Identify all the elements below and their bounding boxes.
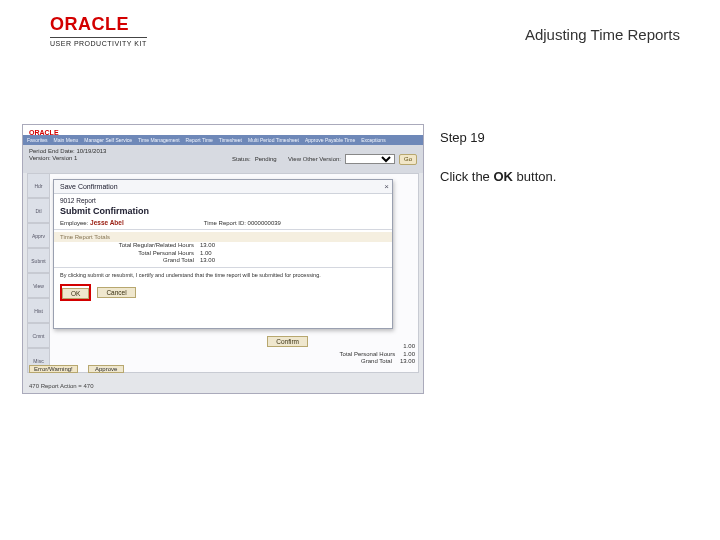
page-title: Adjusting Time Reports bbox=[525, 26, 680, 43]
nav-item[interactable]: Favorites bbox=[27, 137, 48, 143]
total-lbl: Total Personal Hours bbox=[340, 351, 396, 358]
dialog-heading: Submit Confirmation bbox=[54, 204, 392, 218]
instruction-panel: Step 19 Click the OK button. bbox=[440, 130, 680, 184]
timereport-label: Time Report ID: bbox=[204, 220, 246, 226]
step-bold: OK bbox=[493, 169, 513, 184]
side-tab[interactable]: Hdr bbox=[27, 173, 49, 198]
total-v: 13.00 bbox=[400, 358, 415, 365]
view-other-label: View Other Version: bbox=[288, 156, 341, 162]
timereport-value: 0000000039 bbox=[248, 220, 281, 226]
context-strip: Period End Date: 10/19/2013 Version: Ver… bbox=[23, 145, 423, 173]
period-value: 10/19/2013 bbox=[76, 148, 106, 154]
status-value: Pending bbox=[255, 156, 277, 162]
step-number: Step 19 bbox=[440, 130, 680, 145]
side-tab[interactable]: Submt bbox=[27, 248, 49, 273]
employee-label: Employee: bbox=[60, 220, 88, 226]
nav-item[interactable]: Exceptions bbox=[361, 137, 385, 143]
page-totals: 1.00 Total Personal Hours1.00 Grand Tota… bbox=[340, 343, 415, 365]
cancel-button[interactable]: Cancel bbox=[97, 287, 135, 298]
side-tab[interactable]: Apprv bbox=[27, 223, 49, 248]
total-v: 1.00 bbox=[403, 343, 415, 350]
kv-val: 1.00 bbox=[200, 250, 240, 258]
nav-item[interactable]: Approve Payable Time bbox=[305, 137, 355, 143]
total-lbl: Grand Total bbox=[361, 358, 392, 365]
side-tab[interactable]: Hist bbox=[27, 298, 49, 323]
status-label: Status: bbox=[232, 156, 251, 162]
kv-key: Grand Total bbox=[64, 257, 200, 265]
nav-item[interactable]: Main Menu bbox=[54, 137, 79, 143]
nav-item[interactable]: Multi Period Timesheet bbox=[248, 137, 299, 143]
step-pre: Click the bbox=[440, 169, 493, 184]
kv-key: Total Regular/Related Hours bbox=[64, 242, 200, 250]
go-button[interactable]: Go bbox=[399, 154, 417, 165]
totals-header: Time Report Totals bbox=[54, 232, 392, 242]
step-instruction: Click the OK button. bbox=[440, 169, 680, 184]
brand-subtitle: USER PRODUCTIVITY KIT bbox=[50, 37, 147, 47]
error-header[interactable]: Error/Warning! bbox=[29, 365, 78, 373]
app-logo: ORACLE bbox=[23, 129, 59, 136]
approve-button[interactable]: Approve bbox=[88, 365, 124, 373]
nav-item[interactable]: Timesheet bbox=[219, 137, 242, 143]
confirm-button[interactable]: Confirm bbox=[267, 336, 308, 347]
version-value: Version 1 bbox=[52, 155, 77, 161]
kv-val: 13.00 bbox=[200, 257, 240, 265]
ok-button[interactable]: OK bbox=[62, 288, 89, 299]
app-screenshot: ORACLE Favorites Main Menu Manager Self … bbox=[22, 124, 424, 394]
confirm-disclaimer: By clicking submit or resubmit, I certif… bbox=[54, 270, 392, 280]
version-select[interactable] bbox=[345, 154, 395, 164]
total-v: 1.00 bbox=[403, 351, 415, 358]
dialog-title: Save Confirmation bbox=[54, 180, 392, 194]
side-tab[interactable]: Dtl bbox=[27, 198, 49, 223]
submit-confirmation-dialog: Save Confirmation × 9012 Report Submit C… bbox=[53, 179, 393, 329]
app-nav: Favorites Main Menu Manager Self Service… bbox=[23, 135, 423, 145]
oracle-logo: ORACLE bbox=[50, 14, 147, 35]
kv-val: 13.00 bbox=[200, 242, 240, 250]
ok-highlight: OK bbox=[60, 284, 91, 301]
close-icon[interactable]: × bbox=[384, 182, 389, 191]
side-tab[interactable]: Cmnt bbox=[27, 323, 49, 348]
side-tabs: Hdr Dtl Apprv Submt View Hist Cmnt Misc bbox=[27, 173, 49, 373]
footer-text: 470 Report Action = 470 bbox=[29, 383, 94, 389]
version-label: Version: bbox=[29, 155, 51, 161]
nav-item[interactable]: Manager Self Service bbox=[84, 137, 132, 143]
step-post: button. bbox=[513, 169, 556, 184]
nav-item[interactable]: Time Management bbox=[138, 137, 180, 143]
employee-value: Jesse Abel bbox=[90, 219, 124, 226]
period-label: Period End Date: bbox=[29, 148, 75, 154]
side-tab[interactable]: View bbox=[27, 273, 49, 298]
brand-block: ORACLE USER PRODUCTIVITY KIT bbox=[50, 14, 147, 47]
dialog-section: 9012 Report bbox=[54, 194, 392, 204]
nav-item[interactable]: Report Time bbox=[186, 137, 213, 143]
kv-key: Total Personal Hours bbox=[64, 250, 200, 258]
